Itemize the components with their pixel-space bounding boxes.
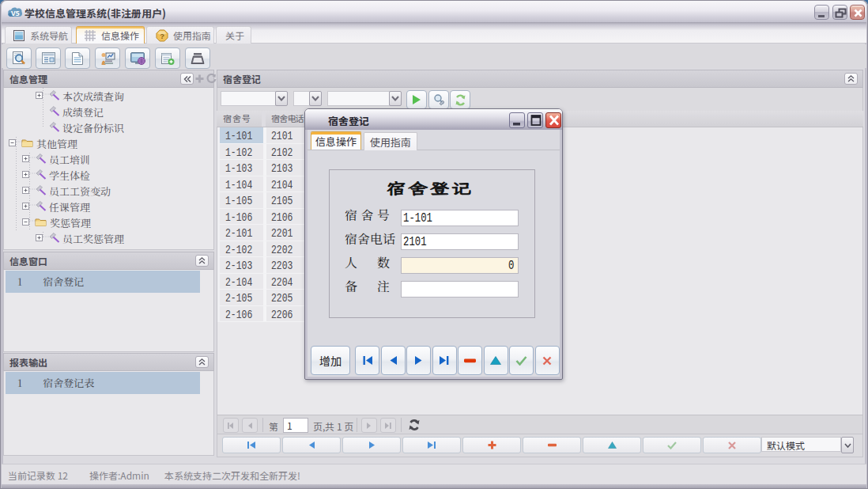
svg-text:V5: V5 (10, 8, 20, 18)
svg-text:?: ? (160, 29, 164, 40)
